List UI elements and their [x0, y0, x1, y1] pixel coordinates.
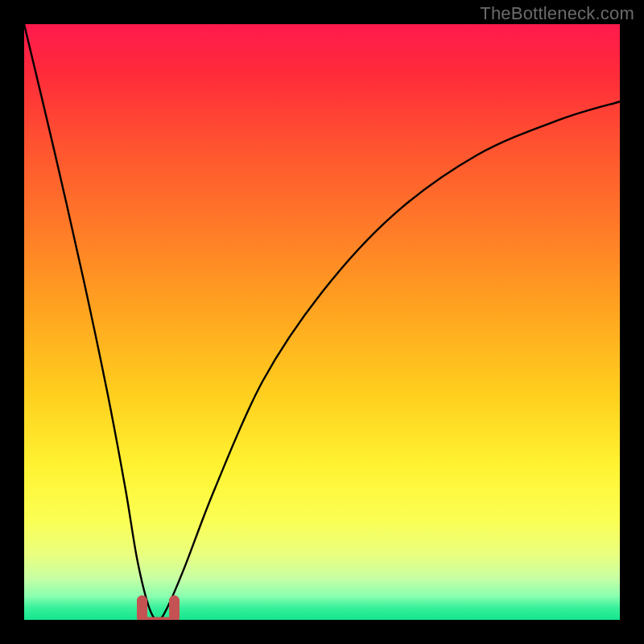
minimum-marker: [142, 601, 175, 620]
chart-frame: TheBottleneck.com: [0, 0, 644, 644]
watermark-text: TheBottleneck.com: [480, 3, 634, 24]
curve-overlay: [24, 24, 620, 620]
plot-area: [24, 24, 620, 620]
bottleneck-curve: [24, 24, 620, 620]
